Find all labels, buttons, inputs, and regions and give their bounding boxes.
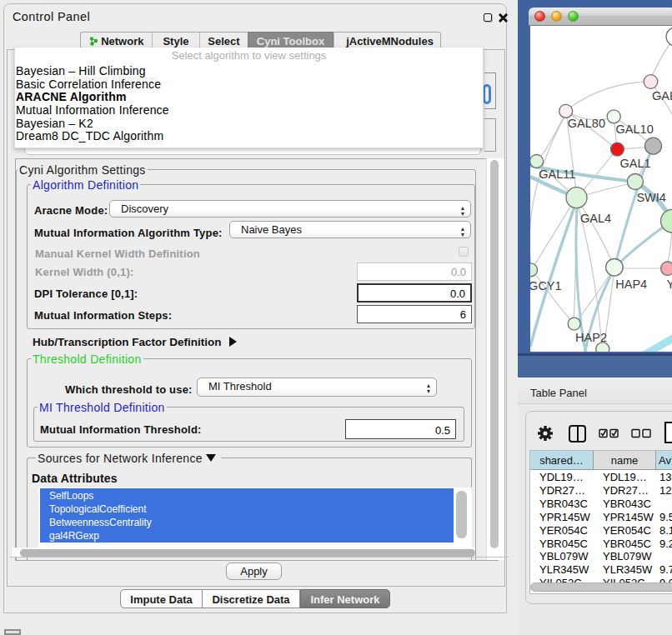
svg-text:GAL1: GAL1	[620, 157, 651, 170]
svg-text:GAL80: GAL80	[568, 117, 605, 130]
svg-text:SWI4: SWI4	[636, 191, 665, 204]
svg-text:YJL2: YJL2	[667, 278, 672, 291]
svg-text:GAL4: GAL4	[580, 212, 611, 225]
svg-text:GAL2: GAL2	[652, 89, 672, 102]
svg-text:GCY1: GCY1	[530, 279, 562, 292]
svg-text:HAP4: HAP4	[615, 278, 647, 291]
svg-text:GAL10: GAL10	[616, 122, 654, 136]
svg-text:GAL11: GAL11	[539, 168, 575, 181]
svg-text:HAP2: HAP2	[575, 331, 607, 344]
